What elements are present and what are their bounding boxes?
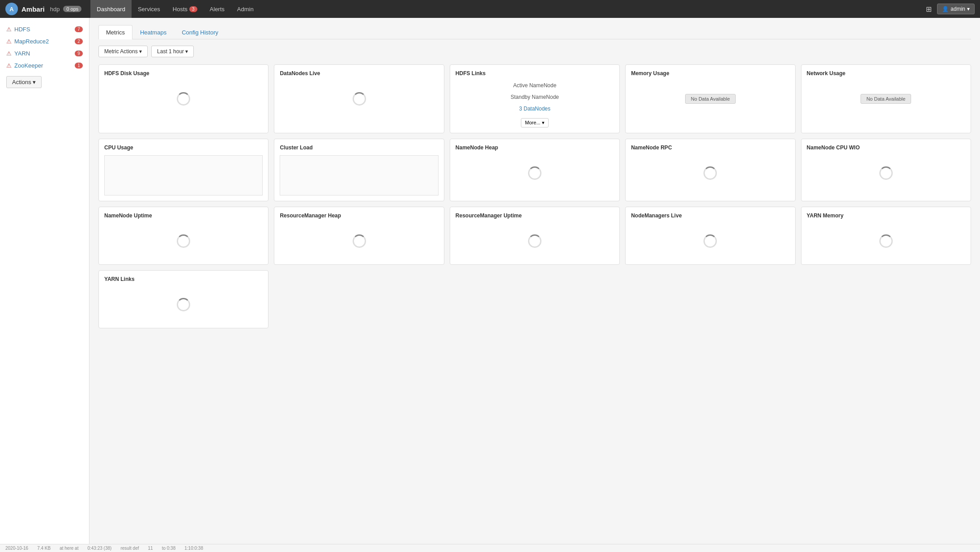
- footer-time-1: 0:43:23 (38): [87, 546, 111, 551]
- time-range-button[interactable]: Last 1 hour ▾: [151, 46, 194, 57]
- navbar-nav: Dashboard Services Hosts 3 Alerts Admin: [90, 0, 922, 18]
- footer-num: 11: [148, 546, 153, 551]
- alert-icon-zookeeper: ⚠: [6, 62, 12, 69]
- metric-body-hdfs-links: Active NameNode Standby NameNode 3 DataN…: [456, 81, 614, 127]
- metric-yarn-memory: YARN Memory: [801, 207, 971, 265]
- content-area: Metrics Heatmaps Config History Metric A…: [89, 18, 980, 552]
- sidebar-badge-hdfs: 7: [75, 26, 83, 32]
- tabs-bar: Metrics Heatmaps Config History: [98, 25, 971, 39]
- tab-metrics[interactable]: Metrics: [98, 25, 132, 39]
- metrics-row-4: YARN Links: [98, 270, 971, 328]
- empty-cell-2: [450, 270, 620, 328]
- actions-button[interactable]: Actions ▾: [6, 76, 42, 88]
- tab-config-history[interactable]: Config History: [174, 25, 226, 39]
- spinner-yarn-links: [177, 298, 190, 311]
- user-icon: 👤: [942, 6, 949, 12]
- ops-badge[interactable]: 0 ops: [63, 6, 81, 12]
- metric-hdfs-disk-usage: HDFS Disk Usage: [98, 64, 268, 133]
- sidebar-service-name-zookeeper: ZooKeeper: [14, 62, 72, 69]
- metric-title-cpu-usage: CPU Usage: [104, 144, 263, 151]
- metric-resourcemanager-heap: ResourceManager Heap: [274, 207, 444, 265]
- sidebar-service-name-mapreduce2: MapReduce2: [14, 38, 72, 45]
- metric-title-namenode-uptime: NameNode Uptime: [104, 212, 263, 219]
- metric-body-namenode-heap: [456, 155, 614, 191]
- navbar: A Ambari hdp 0 ops Dashboard Services Ho…: [0, 0, 980, 18]
- metric-title-memory-usage: Memory Usage: [631, 70, 789, 76]
- admin-label: admin: [950, 6, 965, 12]
- admin-menu[interactable]: 👤 admin ▾: [937, 4, 975, 14]
- no-data-memory-usage: No Data Available: [685, 94, 736, 104]
- footer-time-2: to 0:38: [162, 546, 176, 551]
- metrics-row-2: CPU Usage Cluster Load NameNode Heap: [98, 139, 971, 201]
- sidebar-item-zookeeper[interactable]: ⚠ ZooKeeper 1: [0, 59, 89, 72]
- metric-body-yarn-links: [104, 287, 263, 323]
- metrics-row-1: HDFS Disk Usage DataNodes Live HDFS Link…: [98, 64, 971, 133]
- footer-time-3: 1:10:0:38: [184, 546, 203, 551]
- sidebar-service-name-hdfs: HDFS: [14, 26, 72, 33]
- hdfs-link-standby-namenode: Standby NameNode: [511, 94, 559, 100]
- metric-resourcemanager-uptime: ResourceManager Uptime: [450, 207, 620, 265]
- footer-date: 2020-10-16: [5, 546, 28, 551]
- main-container: ⚠ HDFS 7 ⚠ MapReduce2 2 ⚠ YARN 9 ⚠ ZooKe…: [0, 18, 980, 552]
- empty-cell-4: [801, 270, 971, 328]
- cluster-name: hdp: [50, 6, 60, 13]
- metric-title-network-usage: Network Usage: [807, 70, 965, 76]
- hdfs-links-more-button[interactable]: More... ▾: [521, 118, 548, 127]
- metric-body-namenode-uptime: [104, 223, 263, 259]
- metric-title-hdfs-links: HDFS Links: [456, 70, 614, 76]
- metric-network-usage: Network Usage No Data Available: [801, 64, 971, 133]
- brand[interactable]: A Ambari: [5, 3, 45, 15]
- sidebar-item-yarn[interactable]: ⚠ YARN 9: [0, 47, 89, 59]
- metric-body-resourcemanager-uptime: [456, 223, 614, 259]
- metric-title-resourcemanager-uptime: ResourceManager Uptime: [456, 212, 614, 219]
- spinner-resourcemanager-heap: [353, 234, 366, 248]
- chart-cpu-usage: [104, 155, 263, 195]
- spinner-namenode-cpu-wio: [879, 166, 893, 180]
- alert-icon-mapreduce2: ⚠: [6, 38, 12, 45]
- metric-body-cpu-usage: [104, 155, 263, 195]
- metric-actions-button[interactable]: Metric Actions ▾: [98, 46, 148, 57]
- metric-title-namenode-cpu-wio: NameNode CPU WIO: [807, 144, 965, 151]
- sidebar-item-mapreduce2[interactable]: ⚠ MapReduce2 2: [0, 35, 89, 47]
- footer-size: 7.4 KB: [37, 546, 51, 551]
- metric-body-hdfs-disk-usage: [104, 81, 263, 117]
- sidebar-badge-mapreduce2: 2: [75, 38, 83, 44]
- empty-cell-1: [274, 270, 444, 328]
- metric-body-cluster-load: [280, 155, 438, 195]
- spinner-hdfs-disk-usage: [177, 92, 190, 106]
- metric-body-namenode-rpc: [631, 155, 789, 191]
- spinner-datanodes-live: [353, 92, 366, 106]
- footer-info-1: at here at: [60, 546, 78, 551]
- alert-icon-hdfs: ⚠: [6, 26, 12, 33]
- metric-body-nodemanagers-live: [631, 223, 789, 259]
- nav-dashboard[interactable]: Dashboard: [90, 0, 132, 18]
- no-data-network-usage: No Data Available: [861, 94, 911, 104]
- sidebar-badge-zookeeper: 1: [75, 63, 83, 68]
- metric-datanodes-live: DataNodes Live: [274, 64, 444, 133]
- spinner-namenode-heap: [528, 166, 541, 180]
- ambari-logo: A: [5, 3, 18, 15]
- empty-cell-3: [625, 270, 795, 328]
- nav-services[interactable]: Services: [132, 0, 166, 18]
- metric-body-network-usage: No Data Available: [807, 81, 965, 117]
- sidebar-badge-yarn: 9: [75, 51, 83, 56]
- nav-admin[interactable]: Admin: [231, 0, 260, 18]
- metric-namenode-rpc: NameNode RPC: [625, 139, 795, 201]
- dropdown-icon: ▾: [967, 6, 970, 12]
- sidebar-item-hdfs[interactable]: ⚠ HDFS 7: [0, 23, 89, 35]
- metrics-row-3: NameNode Uptime ResourceManager Heap Res…: [98, 207, 971, 265]
- metric-namenode-cpu-wio: NameNode CPU WIO: [801, 139, 971, 201]
- tab-heatmaps[interactable]: Heatmaps: [132, 25, 174, 39]
- metric-title-nodemanagers-live: NodeManagers Live: [631, 212, 789, 219]
- nav-alerts[interactable]: Alerts: [204, 0, 231, 18]
- metric-cluster-load: Cluster Load: [274, 139, 444, 201]
- metric-cpu-usage: CPU Usage: [98, 139, 268, 201]
- metric-namenode-uptime: NameNode Uptime: [98, 207, 268, 265]
- alert-icon-yarn: ⚠: [6, 50, 12, 57]
- nav-hosts[interactable]: Hosts 3: [166, 0, 204, 18]
- grid-icon[interactable]: ⊞: [922, 5, 935, 13]
- hdfs-link-datanodes[interactable]: 3 DataNodes: [519, 106, 550, 112]
- metric-yarn-links: YARN Links: [98, 270, 268, 328]
- spinner-namenode-rpc: [703, 166, 717, 180]
- spinner-yarn-memory: [879, 234, 893, 248]
